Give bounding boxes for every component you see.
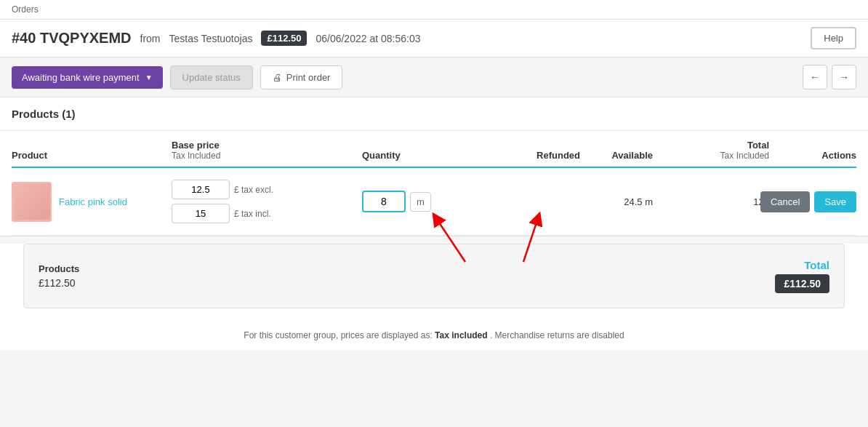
- col-refunded: Refunded: [507, 150, 580, 161]
- customer-name: Testas Testuotojas: [169, 33, 253, 44]
- products-section-title: Products (1): [0, 97, 868, 131]
- table-row: Fabric pink solid £ tax excl. £ tax incl…: [12, 168, 856, 236]
- price-excl-row: £ tax excl.: [172, 180, 362, 199]
- available-cell: 24.5 m: [580, 196, 653, 207]
- totals-section: Products £112.50 Total £112.50: [23, 244, 845, 308]
- product-cell: Fabric pink solid: [12, 182, 172, 222]
- col-quantity: Quantity: [362, 150, 507, 161]
- price-incl-input[interactable]: [172, 204, 230, 223]
- total-cell: 120: [653, 196, 769, 207]
- order-header: #40 TVQPYXEMD from Testas Testuotojas £1…: [0, 20, 868, 57]
- nav-prev-button[interactable]: ←: [803, 65, 827, 89]
- products-area: Product Base price Tax Included Quantity…: [0, 131, 868, 236]
- print-order-button[interactable]: 🖨 Print order: [260, 65, 343, 89]
- quantity-input[interactable]: [362, 191, 406, 212]
- save-button[interactable]: Save: [814, 191, 856, 212]
- totals-products-value: £112.50: [39, 277, 79, 289]
- status-dropdown[interactable]: Awaiting bank wire payment ▼: [12, 66, 163, 89]
- table-header: Product Base price Tax Included Quantity…: [12, 131, 856, 168]
- product-name-link[interactable]: Fabric pink solid: [59, 196, 127, 207]
- footer-tax-label: Tax included: [435, 330, 487, 340]
- col-total: Total Tax Included: [653, 140, 769, 161]
- col-available: Available: [580, 150, 653, 161]
- help-button[interactable]: Help: [811, 27, 856, 49]
- col-product: Product: [12, 150, 172, 161]
- cancel-button[interactable]: Cancel: [760, 191, 810, 212]
- footer-note: For this customer group, prices are disp…: [0, 320, 868, 351]
- quantity-cell: m: [362, 191, 507, 212]
- price-incl-label: £ tax incl.: [234, 209, 271, 219]
- order-price-badge: £112.50: [261, 31, 307, 46]
- order-date: 06/06/2022 at 08:56:03: [316, 33, 420, 44]
- totals-wrapper: Products £112.50 Total £112.50: [0, 244, 868, 320]
- totals-total-badge: £112.50: [775, 274, 829, 293]
- totals-right: Total £112.50: [775, 259, 829, 293]
- nav-arrows: ← →: [803, 65, 856, 89]
- quantity-unit: m: [410, 192, 431, 212]
- chevron-down-icon: ▼: [145, 73, 153, 81]
- product-thumbnail: [14, 183, 50, 220]
- products-table: Product Base price Tax Included Quantity…: [0, 131, 868, 236]
- products-section: Products (1) Product Base price Tax Incl…: [0, 97, 868, 236]
- available-value: 24.5 m: [624, 196, 653, 207]
- totals-products: Products £112.50: [39, 263, 79, 289]
- product-image: [12, 182, 52, 222]
- order-id: #40 TVQPYXEMD: [12, 30, 132, 47]
- update-status-button[interactable]: Update status: [170, 65, 253, 89]
- totals-total-label: Total: [775, 259, 829, 271]
- col-actions: Actions: [769, 150, 856, 161]
- printer-icon: 🖨: [273, 72, 282, 83]
- totals-products-label: Products: [39, 263, 79, 274]
- nav-next-button[interactable]: →: [832, 65, 856, 89]
- price-excl-label: £ tax excl.: [234, 185, 273, 195]
- breadcrumb-link[interactable]: Orders: [12, 4, 39, 15]
- col-base-price: Base price Tax Included: [172, 140, 362, 161]
- action-bar: Awaiting bank wire payment ▼ Update stat…: [0, 57, 868, 97]
- from-label: from: [140, 33, 161, 44]
- actions-cell: Cancel Save: [769, 191, 856, 212]
- price-cell: £ tax excl. £ tax incl.: [172, 180, 362, 223]
- status-label: Awaiting bank wire payment: [22, 72, 140, 83]
- price-excl-input[interactable]: [172, 180, 230, 199]
- price-incl-row: £ tax incl.: [172, 204, 362, 223]
- breadcrumb: Orders: [0, 0, 868, 20]
